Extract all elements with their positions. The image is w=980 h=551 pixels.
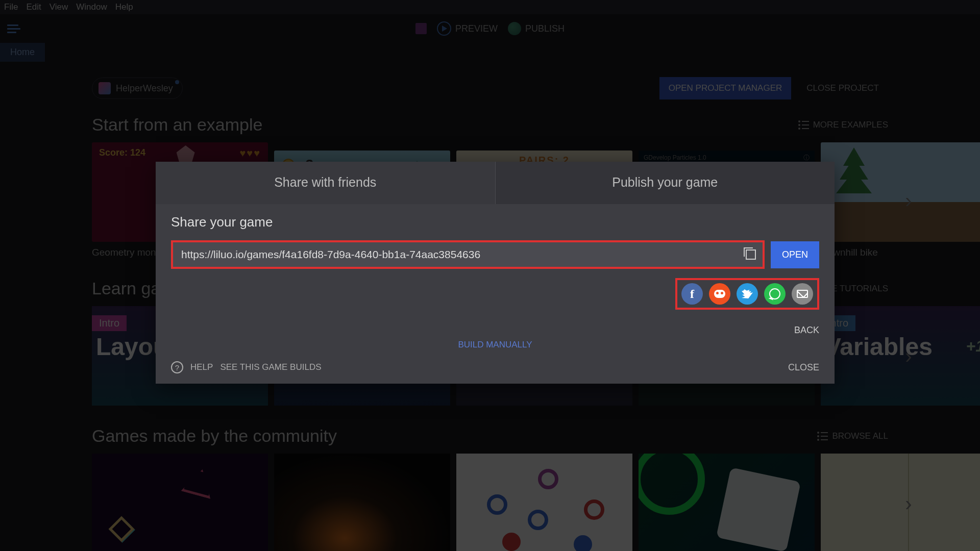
share-twitter-button[interactable] [737, 283, 758, 305]
close-dialog-button[interactable]: CLOSE [788, 362, 819, 373]
dialog-tabs: Share with friends Publish your game [156, 162, 835, 204]
share-facebook-button[interactable]: f [681, 283, 703, 305]
copy-icon [746, 249, 756, 260]
open-button[interactable]: OPEN [771, 241, 819, 268]
share-dialog: Share with friends Publish your game Sha… [156, 162, 835, 384]
help-icon: ? [171, 361, 183, 373]
copy-url-button[interactable] [739, 242, 763, 267]
share-whatsapp-button[interactable] [764, 283, 786, 305]
tab-share-friends[interactable]: Share with friends [156, 162, 495, 204]
tab-publish-game[interactable]: Publish your game [496, 162, 835, 204]
twitter-icon [742, 289, 753, 298]
share-email-button[interactable] [792, 283, 813, 305]
facebook-icon: f [690, 287, 694, 301]
whatsapp-icon [769, 288, 780, 299]
dialog-title: Share your game [171, 214, 819, 230]
share-reddit-button[interactable] [709, 283, 730, 305]
email-icon [797, 290, 808, 298]
see-builds-link[interactable]: SEE THIS GAME BUILDS [220, 362, 321, 372]
help-link[interactable]: HELP [190, 362, 213, 372]
build-manually-link[interactable]: BUILD MANUALLY [458, 340, 532, 349]
reddit-icon [714, 290, 725, 298]
url-field-highlight [171, 240, 765, 269]
share-url-input[interactable] [173, 242, 739, 267]
back-button[interactable]: BACK [794, 325, 819, 335]
social-buttons-highlight: f [675, 278, 819, 310]
